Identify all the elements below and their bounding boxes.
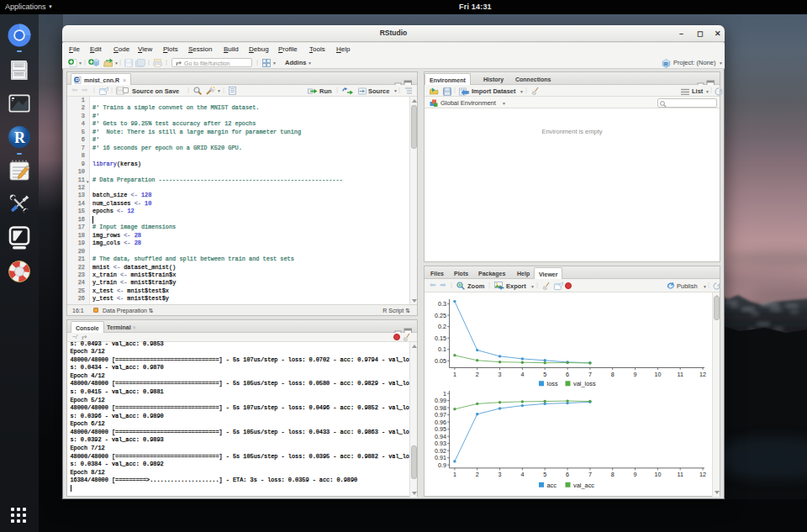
svg-text:2: 2 [476, 371, 479, 378]
svg-text:0.2: 0.2 [438, 323, 446, 330]
svg-text:0.05: 0.05 [435, 357, 446, 365]
svg-text:10: 10 [654, 471, 661, 478]
svg-text:0.9: 0.9 [438, 461, 446, 469]
svg-text:0.25: 0.25 [435, 312, 446, 319]
svg-text:3: 3 [498, 471, 502, 478]
svg-text:0.15: 0.15 [435, 334, 446, 342]
svg-text:loss: loss [547, 380, 558, 387]
svg-text:8: 8 [611, 471, 614, 478]
svg-text:R: R [76, 77, 80, 82]
svg-text:5: 5 [543, 471, 546, 478]
svg-text:1: 1 [453, 371, 456, 378]
svg-text:2: 2 [476, 471, 479, 478]
svg-text:acc: acc [547, 482, 557, 489]
svg-text:5: 5 [543, 371, 546, 378]
svg-text:val_acc: val_acc [573, 482, 594, 489]
svg-text:6: 6 [566, 471, 569, 478]
svg-text:R: R [14, 129, 26, 146]
svg-text:3: 3 [498, 371, 502, 378]
svg-text:R: R [664, 61, 668, 66]
svg-text:7: 7 [588, 371, 592, 378]
svg-text:1: 1 [453, 471, 456, 478]
svg-text:10: 10 [654, 371, 661, 378]
svg-text:7: 7 [588, 471, 592, 478]
svg-text:9: 9 [634, 371, 637, 378]
svg-text:9: 9 [634, 471, 637, 478]
svg-text:val_loss: val_loss [573, 380, 596, 387]
svg-text:4: 4 [520, 371, 524, 378]
svg-text:6: 6 [566, 371, 569, 378]
svg-text:12: 12 [699, 471, 706, 478]
svg-text:0.1: 0.1 [438, 345, 446, 353]
svg-text:4: 4 [520, 471, 524, 478]
svg-text:0.3: 0.3 [438, 300, 446, 308]
svg-text:8: 8 [611, 371, 614, 378]
svg-text:12: 12 [699, 371, 706, 378]
svg-text:11: 11 [677, 371, 683, 378]
svg-text:11: 11 [677, 471, 683, 478]
